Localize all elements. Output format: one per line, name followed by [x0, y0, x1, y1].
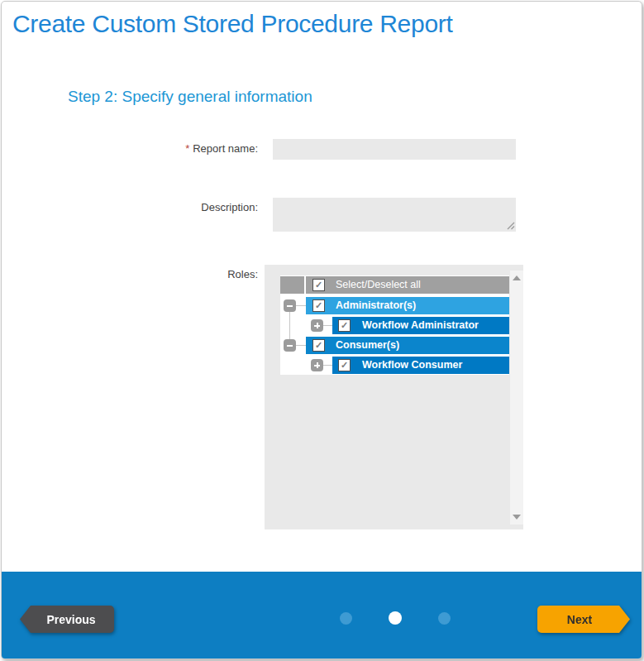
- step-indicator: [340, 611, 451, 625]
- tree-row-consumers[interactable]: Consumer(s): [306, 337, 509, 354]
- tree-header-row[interactable]: Select/Deselect all: [306, 276, 509, 294]
- expand-button-workflow-consumer[interactable]: [311, 359, 323, 371]
- administrators-label: Administrator(s): [336, 297, 416, 314]
- tree-row-workflow-administrator[interactable]: Workflow Administrator: [332, 317, 509, 334]
- select-all-checkbox[interactable]: [312, 279, 325, 291]
- collapse-button-administrators[interactable]: [284, 299, 296, 312]
- workflow-consumer-checkbox[interactable]: [338, 359, 351, 371]
- administrators-checkbox[interactable]: [312, 299, 325, 312]
- collapse-button-consumers[interactable]: [284, 339, 296, 352]
- workflow-consumer-label: Workflow Consumer: [362, 357, 462, 374]
- tree-connector-admin: [296, 305, 306, 306]
- wizard-dialog: Create Custom Stored Procedure Report St…: [1, 1, 642, 659]
- previous-button[interactable]: Previous: [20, 606, 114, 633]
- description-input[interactable]: [273, 198, 516, 232]
- report-name-input[interactable]: [273, 139, 516, 160]
- step-heading: Step 2: Specify general information: [68, 88, 312, 106]
- page-title: Create Custom Stored Procedure Report: [12, 10, 453, 38]
- expand-button-workflow-administrator[interactable]: [311, 319, 323, 332]
- required-asterisk: *: [185, 142, 189, 155]
- step-dot-2-active: [389, 611, 402, 625]
- workflow-administrator-label: Workflow Administrator: [362, 317, 479, 334]
- roles-label-text: Roles:: [227, 268, 258, 280]
- roles-scrollbar[interactable]: [510, 271, 523, 524]
- consumers-checkbox[interactable]: [312, 339, 325, 352]
- description-label-text: Description:: [201, 201, 258, 213]
- select-all-label: Select/Deselect all: [336, 276, 421, 294]
- tree-connector-vertical: [289, 312, 290, 340]
- wizard-footer: Previous Next: [2, 572, 642, 659]
- step-dot-3: [438, 612, 451, 625]
- workflow-administrator-checkbox[interactable]: [338, 319, 351, 332]
- scroll-down-icon[interactable]: [513, 515, 521, 520]
- tree-header-expander-cell: [280, 276, 304, 294]
- tree-connector-consumer: [296, 345, 306, 346]
- report-name-label-text: Report name:: [193, 142, 258, 155]
- roles-label: Roles:: [126, 268, 258, 280]
- tree-row-administrators[interactable]: Administrator(s): [306, 297, 509, 314]
- consumers-label: Consumer(s): [336, 337, 399, 354]
- tree-connector-wf-consumer: [323, 365, 332, 366]
- report-name-label: *Report name:: [126, 142, 258, 155]
- scroll-up-icon[interactable]: [513, 275, 521, 280]
- tree-connector-wf-admin: [323, 325, 332, 326]
- next-button[interactable]: Next: [537, 606, 630, 633]
- step-dot-1: [340, 612, 352, 625]
- roles-listbox: Select/Deselect all Administrator(s) Wor…: [265, 265, 523, 529]
- description-label: Description:: [126, 201, 258, 213]
- tree-row-workflow-consumer[interactable]: Workflow Consumer: [332, 357, 509, 374]
